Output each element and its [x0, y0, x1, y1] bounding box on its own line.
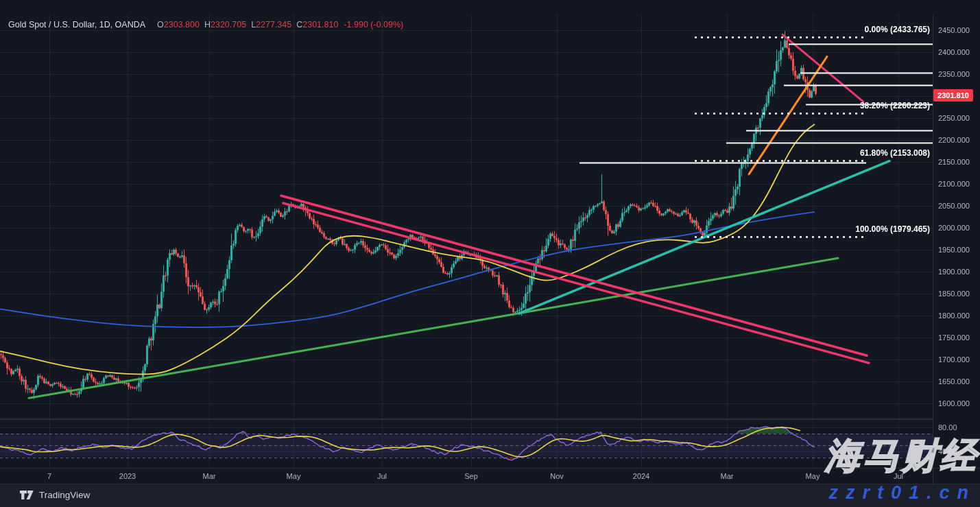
- time-tick-label: Mar: [203, 472, 216, 480]
- price-tick-label: 2450.000: [938, 26, 970, 34]
- tradingview-logo-text: TradingView: [39, 490, 90, 500]
- fib-level-label: 100.00% (1979.465): [855, 224, 930, 234]
- time-tick-label: 7: [47, 472, 51, 480]
- open-value: 2303.800: [164, 20, 200, 30]
- close-label: C: [296, 20, 302, 30]
- price-tick-label: 2000.000: [938, 224, 970, 232]
- price-tick-label: 1700.000: [938, 355, 970, 364]
- indicator-tick-label: 80.00: [938, 423, 957, 432]
- time-tick-label: Jul: [377, 472, 387, 480]
- pane-divider[interactable]: [0, 418, 933, 420]
- tradingview-published-chart: dacolmanfx published on TradingView.com,…: [0, 0, 980, 507]
- time-tick-label: 2024: [633, 472, 649, 480]
- chart-legend: Gold Spot / U.S. Dollar, 1D, OANDAO2303.…: [8, 20, 403, 30]
- time-tick-label: Nov: [550, 472, 564, 480]
- price-tick-label: 2150.000: [938, 158, 970, 166]
- fib-level-label: 38.20% (2260.223): [860, 101, 930, 110]
- low-value: 2277.345: [256, 20, 291, 30]
- fib-level-label: 61.80% (2153.008): [860, 148, 930, 158]
- price-tick-label: 1900.000: [938, 268, 970, 276]
- change-value: -1.990 (-0.09%): [344, 20, 403, 30]
- chart-canvas[interactable]: [0, 0, 980, 507]
- price-tick-label: 2200.000: [938, 136, 970, 144]
- watermark-url-text: zzrt01.cn: [828, 483, 976, 504]
- price-tick-label: 1850.000: [938, 290, 970, 298]
- last-price-badge: 2301.810: [933, 89, 973, 102]
- price-tick-label: 2400.000: [938, 48, 970, 56]
- time-tick-label: May: [806, 472, 820, 480]
- fib-level-label: 0.00% (2433.765): [865, 25, 930, 34]
- time-tick-label: May: [287, 472, 301, 480]
- watermark-chinese-text: 海马财经: [825, 438, 979, 473]
- price-axis-border: [933, 15, 933, 484]
- price-tick-label: 1750.000: [938, 333, 970, 342]
- price-tick-label: 1950.000: [938, 246, 970, 254]
- tradingview-logo[interactable]: TradingView: [19, 490, 90, 500]
- price-tick-label: 1650.000: [938, 377, 970, 386]
- high-label: H: [204, 20, 211, 30]
- price-tick-label: 2050.000: [938, 202, 970, 210]
- high-value: 2320.705: [211, 20, 246, 30]
- symbol-title[interactable]: Gold Spot / U.S. Dollar, 1D, OANDA: [8, 20, 145, 30]
- price-tick-label: 2350.000: [938, 70, 970, 78]
- time-tick-label: Sep: [464, 472, 478, 480]
- time-tick-label: 2023: [119, 472, 136, 480]
- price-tick-label: 2250.000: [938, 114, 970, 122]
- open-label: O: [157, 20, 164, 30]
- time-tick-label: Mar: [721, 472, 734, 480]
- price-tick-label: 1600.000: [938, 399, 970, 408]
- close-value: 2301.810: [302, 20, 338, 30]
- price-tick-label: 1800.000: [938, 311, 970, 320]
- price-tick-label: 2100.000: [938, 180, 970, 188]
- tradingview-logo-icon: [19, 490, 34, 500]
